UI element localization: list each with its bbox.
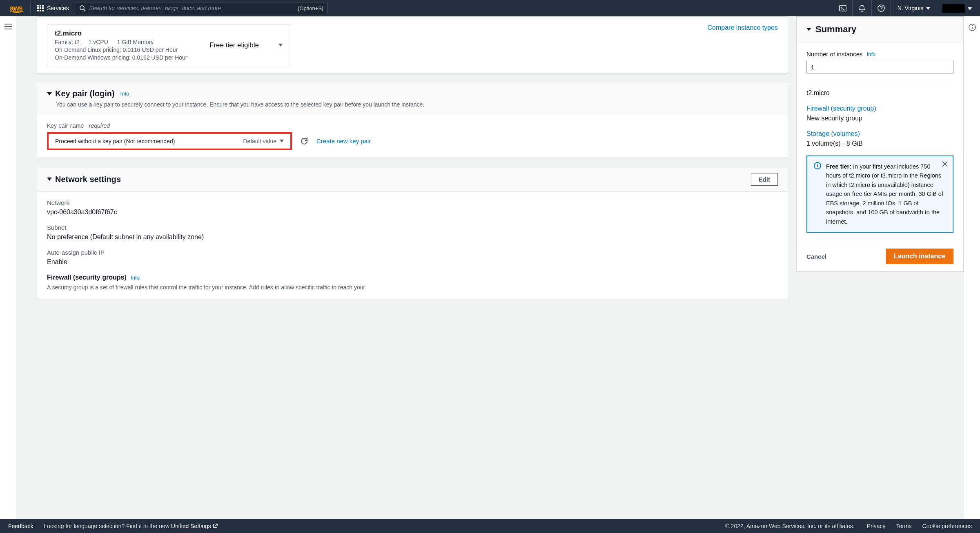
chevron-down-icon <box>968 7 972 10</box>
logo-text: aws <box>10 4 22 12</box>
network-header: Network settings Edit <box>37 167 788 192</box>
hamburger-icon <box>4 24 12 29</box>
svg-line-1 <box>84 9 85 11</box>
search-hotkey: [Option+S] <box>298 5 323 11</box>
free-tier-info-box: i Free tier: In your first year includes… <box>806 155 953 233</box>
memory: 1 GiB Memory <box>117 39 154 45</box>
help-icon <box>878 4 885 12</box>
summary-storage-value: 1 volume(s) - 8 GiB <box>806 140 953 147</box>
free-tier-badge: Free tier eligible <box>209 41 259 49</box>
left-rail <box>0 16 16 519</box>
firewall-description: A security group is a set of firewall ru… <box>47 284 778 292</box>
refresh-button[interactable] <box>300 137 308 145</box>
summary-actions: Cancel Launch instance <box>797 241 963 271</box>
summary-header: Summary <box>797 17 963 42</box>
grid-icon <box>37 5 44 11</box>
info-panel-toggle[interactable] <box>969 24 976 31</box>
info-icon: i <box>814 162 821 169</box>
key-pair-name-label: Key pair name - required <box>47 122 778 129</box>
collapse-icon[interactable] <box>47 178 52 181</box>
compare-instance-types-link[interactable]: Compare instance types <box>707 24 778 31</box>
summary-heading: Summary <box>806 24 953 35</box>
top-nav: aws Services [Option+S] N. Virginia <box>0 0 980 16</box>
subnet-label: Subnet <box>47 224 778 231</box>
network-heading: Network settings <box>47 175 121 184</box>
edit-button[interactable]: Edit <box>751 173 778 186</box>
linux-pricing: On-Demand Linux pricing: 0.0116 USD per … <box>55 47 209 53</box>
key-pair-header: Key pair (login) Info You can use a key … <box>37 83 788 115</box>
key-pair-body: Key pair name - required Proceed without… <box>37 115 788 158</box>
svg-point-0 <box>80 6 84 10</box>
summary-firewall-link[interactable]: Firewall (security group) <box>806 105 953 112</box>
region-selector[interactable]: N. Virginia <box>891 0 937 16</box>
menu-toggle[interactable] <box>4 24 12 29</box>
instance-meta: Family: t2 1 vCPU 1 GiB Memory <box>55 39 209 45</box>
family: Family: t2 <box>55 39 80 45</box>
key-pair-title: Key pair (login) <box>55 89 115 98</box>
summary-body: Number of instances Info t2.micro Firewa… <box>797 42 963 241</box>
region-label: N. Virginia <box>898 5 924 11</box>
cloudshell-button[interactable] <box>833 0 852 16</box>
create-key-pair-link[interactable]: Create new key pair <box>316 138 371 144</box>
divider <box>30 3 31 13</box>
windows-pricing: On-Demand Windows pricing: 0.0162 USD pe… <box>55 54 209 61</box>
chevron-down-icon <box>280 140 284 142</box>
cloudshell-icon <box>839 4 846 12</box>
summary-card: Summary Number of instances Info t2.micr… <box>796 16 964 272</box>
aws-logo[interactable]: aws <box>4 4 29 13</box>
main-content: t2.micro Family: t2 1 vCPU 1 GiB Memory … <box>16 16 796 519</box>
search-icon <box>79 5 86 11</box>
layout: t2.micro Family: t2 1 vCPU 1 GiB Memory … <box>0 16 980 519</box>
key-pair-card: Key pair (login) Info You can use a key … <box>37 83 788 158</box>
free-tier-text: Free tier: In your first year includes 7… <box>826 162 946 226</box>
launch-instance-button[interactable]: Launch instance <box>886 249 953 264</box>
vcpu: 1 vCPU <box>89 39 108 45</box>
network-body: Network vpc-060a30a3d0f67f67c Subnet No … <box>37 192 788 299</box>
svg-point-11 <box>972 26 972 26</box>
key-pair-description: You can use a key pair to securely conne… <box>47 101 424 109</box>
search-input-wrap[interactable]: [Option+S] <box>75 2 328 14</box>
summary-instance-type: t2.micro <box>806 89 953 97</box>
public-ip-value: Enable <box>47 258 778 266</box>
info-link[interactable]: Info <box>131 275 140 281</box>
close-icon <box>942 161 948 167</box>
key-pair-heading: Key pair (login) Info <box>47 89 424 98</box>
num-instances-label: Number of instances Info <box>806 51 953 58</box>
network-value: vpc-060a30a3d0f67f67c <box>47 209 778 216</box>
key-pair-selected-value: Proceed without a key pair (Not recommen… <box>55 138 175 144</box>
instance-name: t2.micro <box>55 29 209 38</box>
summary-title: Summary <box>815 24 856 35</box>
default-value-label: Default value <box>243 138 276 144</box>
summary-firewall-value: New security group <box>806 115 953 122</box>
account-menu[interactable] <box>965 5 976 11</box>
account-indicator <box>942 4 965 13</box>
instance-type-card: t2.micro Family: t2 1 vCPU 1 GiB Memory … <box>37 16 788 74</box>
collapse-icon[interactable] <box>47 92 52 95</box>
instance-type-selector[interactable]: t2.micro Family: t2 1 vCPU 1 GiB Memory … <box>47 24 290 66</box>
close-button[interactable] <box>942 161 948 167</box>
nav-right: N. Virginia <box>833 0 976 16</box>
firewall-title: Firewall (security groups) Info <box>47 274 778 281</box>
chevron-down-icon <box>278 44 283 47</box>
notifications-button[interactable] <box>852 0 871 16</box>
right-rail <box>964 16 980 519</box>
collapse-icon[interactable] <box>806 28 811 31</box>
network-title: Network settings <box>55 175 121 184</box>
num-instances-input[interactable] <box>806 61 953 73</box>
info-link[interactable]: Info <box>867 51 876 57</box>
key-pair-select[interactable]: Proceed without a key pair (Not recommen… <box>47 132 292 150</box>
summary-storage-link[interactable]: Storage (volumes) <box>806 130 953 138</box>
cancel-button[interactable]: Cancel <box>806 253 826 260</box>
subnet-value: No preference (Default subnet in any ava… <box>47 233 778 241</box>
chevron-down-icon <box>926 7 930 10</box>
services-button[interactable]: Services <box>31 5 75 11</box>
network-settings-card: Network settings Edit Network vpc-060a30… <box>37 167 788 300</box>
services-label: Services <box>47 5 69 11</box>
network-label: Network <box>47 199 778 206</box>
info-icon <box>969 24 976 31</box>
info-link[interactable]: Info <box>120 91 129 97</box>
public-ip-label: Auto-assign public IP <box>47 249 778 256</box>
search-input[interactable] <box>89 5 298 11</box>
help-button[interactable] <box>871 0 891 16</box>
summary-sidebar: Summary Number of instances Info t2.micr… <box>796 16 964 519</box>
